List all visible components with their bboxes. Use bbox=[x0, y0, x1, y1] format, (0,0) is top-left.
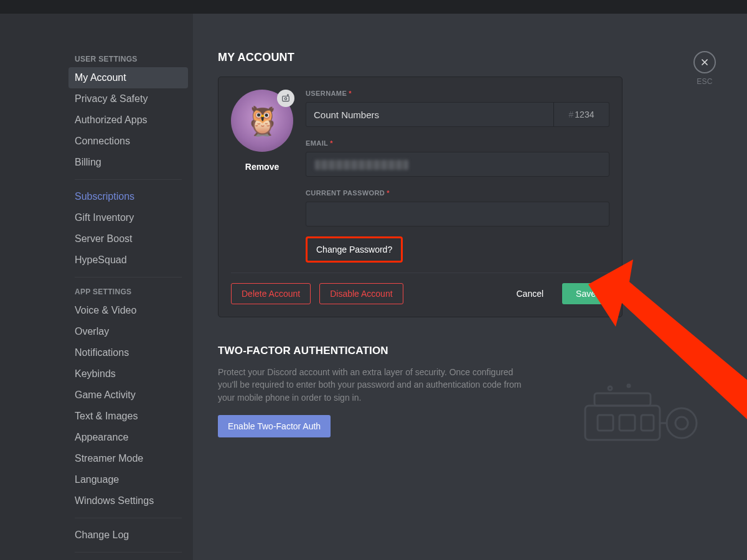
annotation-highlight-box: Change Password? bbox=[306, 236, 403, 263]
sidebar-header-app-settings: APP SETTINGS bbox=[68, 284, 188, 300]
settings-sidebar: USER SETTINGS My Account Privacy & Safet… bbox=[0, 14, 193, 560]
username-input[interactable] bbox=[306, 102, 554, 127]
sidebar-item-hypesquad[interactable]: HypeSquad bbox=[68, 250, 188, 271]
sidebar-item-gift-inventory[interactable]: Gift Inventory bbox=[68, 207, 188, 228]
upload-image-icon bbox=[281, 94, 290, 103]
sidebar-item-authorized-apps[interactable]: Authorized Apps bbox=[68, 110, 188, 131]
svg-rect-2 bbox=[585, 406, 660, 440]
save-button[interactable]: Save bbox=[562, 283, 609, 304]
delete-account-button[interactable]: Delete Account bbox=[231, 283, 311, 304]
sidebar-item-language[interactable]: Language bbox=[68, 469, 188, 490]
sidebar-item-notifications[interactable]: Notifications bbox=[68, 342, 188, 363]
current-password-label: CURRENT PASSWORD* bbox=[306, 189, 609, 197]
sidebar-item-text-images[interactable]: Text & Images bbox=[68, 406, 188, 427]
svg-point-5 bbox=[675, 417, 688, 429]
enable-two-factor-button[interactable]: Enable Two-Factor Auth bbox=[218, 415, 331, 437]
change-password-button[interactable]: Change Password? bbox=[309, 240, 400, 259]
sidebar-item-voice-video[interactable]: Voice & Video bbox=[68, 300, 188, 321]
remove-avatar-link[interactable]: Remove bbox=[231, 162, 293, 172]
esc-label: ESC bbox=[693, 77, 716, 86]
two-factor-title: TWO-FACTOR AUTHENTICATION bbox=[218, 345, 722, 357]
sidebar-item-connections[interactable]: Connections bbox=[68, 131, 188, 152]
sidebar-item-keybinds[interactable]: Keybinds bbox=[68, 363, 188, 385]
close-icon bbox=[700, 57, 710, 67]
sidebar-item-privacy-safety[interactable]: Privacy & Safety bbox=[68, 88, 188, 110]
sidebar-item-overlay[interactable]: Overlay bbox=[68, 321, 188, 342]
svg-rect-8 bbox=[619, 415, 635, 431]
close-button[interactable] bbox=[693, 51, 716, 73]
settings-content: ESC MY ACCOUNT 🦉 bbox=[193, 14, 747, 560]
sidebar-item-streamer-mode[interactable]: Streamer Mode bbox=[68, 448, 188, 469]
username-label: USERNAME* bbox=[306, 90, 609, 97]
avatar-upload-badge[interactable] bbox=[277, 90, 294, 107]
email-input[interactable] bbox=[306, 152, 609, 177]
svg-point-10 bbox=[608, 386, 612, 390]
discriminator: #1234 bbox=[553, 102, 609, 127]
sidebar-item-game-activity[interactable]: Game Activity bbox=[68, 385, 188, 406]
disable-account-button[interactable]: Disable Account bbox=[319, 283, 403, 304]
sidebar-separator bbox=[75, 277, 182, 278]
sidebar-item-change-log[interactable]: Change Log bbox=[68, 525, 188, 546]
page-title: MY ACCOUNT bbox=[218, 51, 722, 64]
svg-rect-7 bbox=[598, 415, 613, 431]
avatar[interactable]: 🦉 bbox=[231, 90, 293, 152]
svg-point-1 bbox=[284, 98, 287, 100]
current-password-input[interactable] bbox=[306, 202, 609, 226]
svg-point-11 bbox=[627, 385, 630, 387]
sidebar-item-appearance[interactable]: Appearance bbox=[68, 427, 188, 448]
card-divider bbox=[231, 273, 609, 273]
svg-point-4 bbox=[667, 408, 697, 438]
svg-rect-9 bbox=[641, 415, 654, 431]
sidebar-separator bbox=[75, 179, 182, 180]
sidebar-item-server-boost[interactable]: Server Boost bbox=[68, 228, 188, 250]
sidebar-item-my-account[interactable]: My Account bbox=[68, 67, 188, 88]
email-label: EMAIL* bbox=[306, 139, 609, 147]
cancel-button[interactable]: Cancel bbox=[506, 284, 553, 304]
two-factor-description: Protect your Discord account with an ext… bbox=[218, 366, 529, 404]
svg-rect-3 bbox=[594, 393, 651, 406]
sidebar-separator bbox=[75, 518, 182, 518]
sidebar-separator bbox=[75, 552, 182, 553]
sidebar-header-user-settings: USER SETTINGS bbox=[68, 51, 188, 67]
sidebar-item-subscriptions[interactable]: Subscriptions bbox=[68, 186, 188, 207]
two-factor-illustration bbox=[573, 381, 710, 449]
avatar-image: 🦉 bbox=[245, 106, 280, 135]
account-card: 🦉 Remove USERNAME* bbox=[218, 77, 622, 317]
svg-rect-0 bbox=[283, 96, 289, 101]
sidebar-item-windows-settings[interactable]: Windows Settings bbox=[68, 490, 188, 511]
sidebar-item-billing[interactable]: Billing bbox=[68, 152, 188, 173]
window-titlebar bbox=[0, 0, 747, 14]
